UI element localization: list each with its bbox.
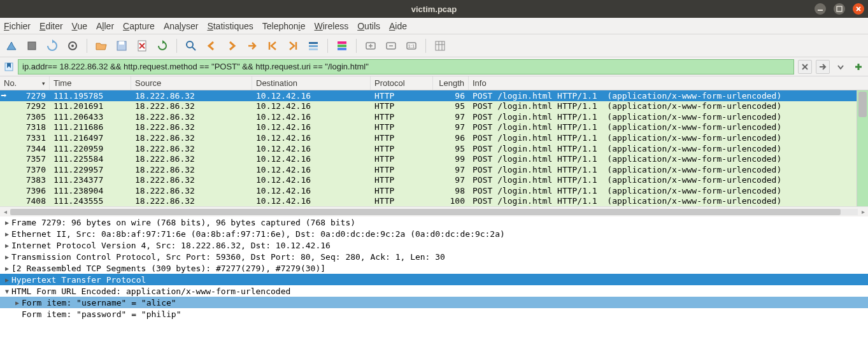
expand-triangle-icon[interactable]: ▼	[3, 288, 11, 295]
save-file-button[interactable]	[113, 37, 131, 55]
packet-row[interactable]: 7370111.22995718.222.86.3210.12.42.16HTT…	[0, 164, 857, 175]
column-header-info[interactable]: Info	[469, 76, 868, 90]
cell-no: 7396	[0, 186, 50, 195]
svg-rect-8	[119, 41, 124, 45]
go-forward-button[interactable]	[223, 37, 241, 55]
packet-row[interactable]: 7396111.23890418.222.86.3210.12.42.16HTT…	[0, 185, 857, 196]
expand-triangle-icon[interactable]: ▶	[3, 276, 11, 283]
packet-row[interactable]: 7383111.23437718.222.86.3210.12.42.16HTT…	[0, 174, 857, 185]
expand-triangle-icon[interactable]	[13, 311, 22, 318]
column-header-time[interactable]: Time	[50, 76, 131, 90]
detail-tree-item[interactable]: ▶Ethernet II, Src: 0a:8b:af:97:71:6e (0a…	[0, 228, 868, 239]
menu-item-statistiques[interactable]: Statistiques	[207, 21, 253, 31]
packet-row[interactable]: 7331111.21649718.222.86.3210.12.42.16HTT…	[0, 132, 857, 143]
packet-row[interactable]: 7408111.24355518.222.86.3210.12.42.16HTT…	[0, 195, 857, 206]
column-header-no[interactable]: No.▾	[0, 76, 50, 90]
resize-columns-button[interactable]	[431, 37, 449, 55]
menu-item-editer[interactable]: Editer	[39, 21, 63, 31]
expand-triangle-icon[interactable]: ▶	[3, 253, 11, 260]
scroll-left-icon[interactable]: ◂	[0, 208, 10, 215]
close-icon	[855, 6, 862, 12]
column-header-source[interactable]: Source	[131, 76, 252, 90]
zoom-in-button[interactable]	[362, 37, 380, 55]
detail-tree-item[interactable]: ▶Hypertext Transfer Protocol	[0, 274, 868, 285]
maximize-button[interactable]	[834, 3, 845, 15]
add-filter-expression-button[interactable]	[851, 60, 865, 74]
menu-item-capture[interactable]: Capture	[123, 21, 155, 31]
colorize-button[interactable]	[333, 37, 351, 55]
packet-list-body[interactable]: ⮕7279111.19578518.222.86.3210.12.42.16HT…	[0, 90, 868, 206]
cell-protocol: HTTP	[371, 133, 433, 143]
go-first-button[interactable]	[264, 37, 281, 55]
scrollbar-track[interactable]	[10, 209, 858, 215]
minimize-button[interactable]	[815, 3, 826, 15]
packet-list-vscrollbar[interactable]	[857, 90, 868, 206]
display-filter-input[interactable]	[18, 59, 794, 74]
cell-no: 7318	[0, 122, 50, 132]
go-last-button[interactable]	[284, 37, 302, 55]
stop-capture-button[interactable]	[23, 37, 41, 55]
scroll-right-icon[interactable]: ▸	[858, 208, 868, 215]
reload-file-button[interactable]	[153, 37, 171, 55]
scrollbar-thumb[interactable]	[10, 209, 841, 215]
jump-to-packet-button[interactable]	[243, 37, 261, 55]
expand-triangle-icon[interactable]: ▶	[3, 242, 11, 249]
start-capture-button[interactable]	[3, 37, 20, 55]
cell-protocol: HTTP	[371, 175, 433, 185]
cell-info: POST /login.html HTTP/1.1 (application/x…	[469, 133, 857, 143]
zoom-out-button[interactable]	[382, 37, 400, 55]
menu-item-vue[interactable]: Vue	[72, 21, 87, 31]
capture-options-button[interactable]	[64, 37, 82, 55]
detail-tree-item[interactable]: ▶Transmission Control Protocol, Src Port…	[0, 251, 868, 262]
restart-capture-button[interactable]	[43, 37, 61, 55]
menu-item-aide[interactable]: Aide	[389, 21, 407, 31]
packet-row[interactable]: ⮕7279111.19578518.222.86.3210.12.42.16HT…	[0, 90, 857, 101]
packet-row[interactable]: 7357111.22558418.222.86.3210.12.42.16HTT…	[0, 153, 857, 164]
find-packet-button[interactable]	[182, 37, 200, 55]
packet-row[interactable]: 7292111.20169118.222.86.3210.12.42.16HTT…	[0, 101, 857, 112]
column-header-length[interactable]: Length	[433, 76, 469, 90]
expand-triangle-icon[interactable]: ▶	[13, 299, 22, 306]
detail-tree-item[interactable]: Form item: "password" = "philip"	[0, 308, 868, 320]
detail-text: Ethernet II, Src: 0a:8b:af:97:71:6e (0a:…	[11, 229, 505, 239]
packet-list-hscrollbar[interactable]: ◂ ▸	[0, 206, 868, 216]
menu-item-aller[interactable]: Aller	[96, 21, 114, 31]
detail-tree-item[interactable]: ▶Internet Protocol Version 4, Src: 18.22…	[0, 239, 868, 251]
detail-tree-item[interactable]: ▼HTML Form URL Encoded: application/x-ww…	[0, 285, 868, 297]
column-header-destination[interactable]: Destination	[252, 76, 371, 90]
menu-item-fichier[interactable]: Fichier	[4, 21, 31, 31]
expand-triangle-icon[interactable]: ▶	[3, 265, 11, 272]
menu-item-analyser[interactable]: Analyser	[164, 21, 199, 31]
column-header-protocol[interactable]: Protocol	[371, 76, 433, 90]
apply-arrow-icon	[818, 63, 827, 71]
menu-item-outils[interactable]: Outils	[357, 21, 380, 31]
detail-tree-item[interactable]: ▶Form item: "username" = "alice"	[0, 297, 868, 308]
expand-triangle-icon[interactable]: ▶	[3, 230, 11, 237]
scrollbar-thumb[interactable]	[858, 92, 867, 117]
packet-details-pane[interactable]: ▶Frame 7279: 96 bytes on wire (768 bits)…	[0, 216, 868, 340]
menu-item-telephonie[interactable]: Telephonie	[262, 21, 306, 31]
detail-tree-item[interactable]: ▶[2 Reassembled TCP Segments (309 bytes)…	[0, 262, 868, 274]
auto-scroll-button[interactable]	[304, 37, 322, 55]
first-icon	[266, 39, 279, 52]
arrow-left-icon	[205, 39, 218, 52]
open-file-button[interactable]	[92, 37, 110, 55]
detail-tree-item[interactable]: ▶Frame 7279: 96 bytes on wire (768 bits)…	[0, 216, 868, 228]
cell-info: POST /login.html HTTP/1.1 (application/x…	[469, 186, 857, 195]
filter-apply-button[interactable]	[816, 60, 830, 74]
packet-row[interactable]: 7305111.20643318.222.86.3210.12.42.16HTT…	[0, 111, 857, 122]
cell-destination: 10.12.42.16	[252, 101, 371, 111]
filter-clear-button[interactable]	[798, 60, 812, 74]
close-button[interactable]	[853, 3, 864, 15]
menu-item-wireless[interactable]: Wireless	[315, 21, 349, 31]
packet-row[interactable]: 7318111.21168618.222.86.3210.12.42.16HTT…	[0, 122, 857, 133]
packet-list-header[interactable]: No.▾ Time Source Destination Protocol Le…	[0, 76, 868, 90]
close-file-button[interactable]	[133, 37, 151, 55]
filter-dropdown-button[interactable]	[834, 60, 848, 74]
go-back-button[interactable]	[203, 37, 220, 55]
packet-row[interactable]: 7344111.22095918.222.86.3210.12.42.16HTT…	[0, 143, 857, 154]
expand-triangle-icon[interactable]: ▶	[3, 219, 11, 226]
zoom-reset-button[interactable]: 1:1	[402, 37, 420, 55]
filter-bookmark-icon[interactable]	[3, 60, 15, 73]
title-bar: victim.pcap	[0, 0, 868, 18]
